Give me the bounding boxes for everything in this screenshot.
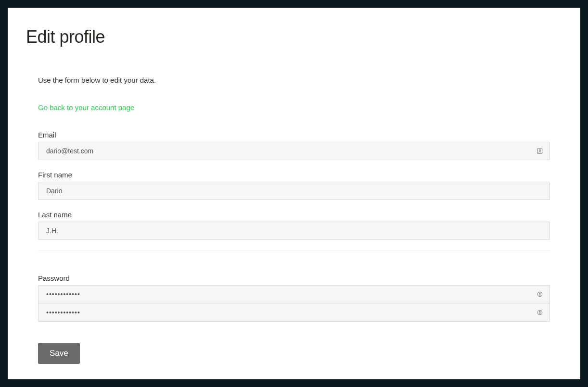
password-inputs: [38, 285, 550, 322]
page-title: Edit profile: [26, 27, 562, 47]
email-label: Email: [38, 131, 550, 139]
password-confirm-input-wrapper: [38, 303, 550, 322]
password-label: Password: [38, 274, 550, 282]
first-name-field[interactable]: [38, 182, 550, 200]
back-to-account-link[interactable]: Go back to your account page: [38, 103, 134, 112]
password-input-wrapper: [38, 285, 550, 303]
first-name-group: First name: [38, 171, 550, 200]
last-name-field[interactable]: [38, 222, 550, 240]
section-divider: [38, 250, 550, 251]
last-name-label: Last name: [38, 211, 550, 219]
email-input-wrapper: [38, 142, 550, 160]
intro-text: Use the form below to edit your data.: [38, 76, 550, 84]
last-name-group: Last name: [38, 211, 550, 240]
email-group: Email: [38, 131, 550, 160]
save-button[interactable]: Save: [38, 343, 80, 364]
password-field[interactable]: [38, 285, 550, 303]
content-area: Use the form below to edit your data. Go…: [26, 76, 562, 364]
page-container: Edit profile Use the form below to edit …: [8, 8, 580, 379]
first-name-label: First name: [38, 171, 550, 179]
password-confirm-field[interactable]: [38, 303, 550, 322]
email-field[interactable]: [38, 142, 550, 160]
password-group: Password: [38, 274, 550, 322]
